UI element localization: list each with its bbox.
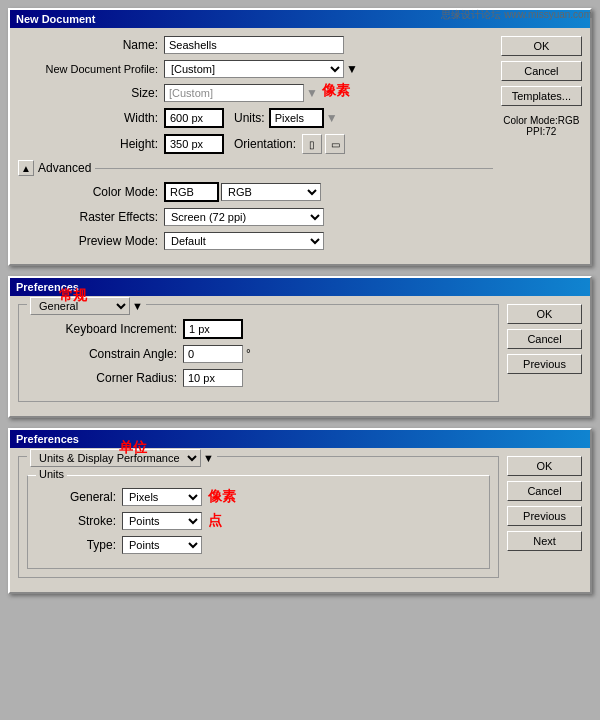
previous-button-2[interactable]: Previous xyxy=(507,354,582,374)
preferences-general-title: Preferences xyxy=(10,278,590,296)
templates-button[interactable]: Templates... xyxy=(501,86,582,106)
annotation-pixels-3: 像素 xyxy=(208,488,236,506)
size-label: Size: xyxy=(18,86,158,100)
constrain-unit: ° xyxy=(246,347,251,361)
height-label: Height: xyxy=(18,137,158,151)
units-tab-select[interactable]: Units & Display Performance xyxy=(30,449,201,467)
keyboard-label: Keyboard Increment: xyxy=(27,322,177,336)
orientation-label: Orientation: xyxy=(234,137,296,151)
raster-select[interactable]: Screen (72 ppi) xyxy=(164,208,324,226)
preferences-units-title: Preferences xyxy=(10,430,590,448)
annotation-points-3: 点 xyxy=(208,512,222,530)
width-label: Width: xyxy=(18,111,158,125)
corner-label: Corner Radius: xyxy=(27,371,177,385)
size-input[interactable] xyxy=(164,84,304,102)
orientation-portrait-btn[interactable]: ▯ xyxy=(302,134,322,154)
keyboard-input[interactable] xyxy=(183,319,243,339)
general-unit-label: General: xyxy=(36,490,116,504)
previous-button-3[interactable]: Previous xyxy=(507,506,582,526)
cancel-button[interactable]: Cancel xyxy=(501,61,582,81)
stroke-unit-label: Stroke: xyxy=(36,514,116,528)
annotation-pixels: 像素 xyxy=(322,82,350,100)
stroke-unit-select[interactable]: Points xyxy=(122,512,202,530)
profile-label: New Document Profile: xyxy=(18,63,158,75)
preferences-general-dialog: Preferences General ▼ 常规 K xyxy=(8,276,592,418)
preferences-units-dialog: Preferences Units & Display Performance … xyxy=(8,428,592,594)
name-input[interactable] xyxy=(164,36,344,54)
color-mode-label: Color Mode: xyxy=(18,185,158,199)
units-input[interactable] xyxy=(269,108,324,128)
ok-button[interactable]: OK xyxy=(501,36,582,56)
units-section-label: Units xyxy=(36,468,67,480)
advanced-label: Advanced xyxy=(38,161,91,175)
name-label: Name: xyxy=(18,38,158,52)
preview-select[interactable]: Default xyxy=(164,232,324,250)
corner-input[interactable] xyxy=(183,369,243,387)
type-unit-label: Type: xyxy=(36,538,116,552)
color-mode-input[interactable] xyxy=(164,182,219,202)
units-label: Units: xyxy=(234,111,265,125)
ok-button-3[interactable]: OK xyxy=(507,456,582,476)
watermark: 思缘设计论坛 www.missyuan.com xyxy=(441,8,592,22)
profile-select[interactable]: [Custom] xyxy=(164,60,344,78)
preview-label: Preview Mode: xyxy=(18,234,158,248)
orientation-landscape-btn[interactable]: ▭ xyxy=(325,134,345,154)
ok-button-2[interactable]: OK xyxy=(507,304,582,324)
constrain-input[interactable] xyxy=(183,345,243,363)
raster-label: Raster Effects: xyxy=(18,210,158,224)
height-input[interactable] xyxy=(164,134,224,154)
new-document-dialog: New Document Name: New Document Profile:… xyxy=(8,8,592,266)
general-unit-select[interactable]: Pixels xyxy=(122,488,202,506)
cancel-button-2[interactable]: Cancel xyxy=(507,329,582,349)
next-button-3[interactable]: Next xyxy=(507,531,582,551)
general-tab-select[interactable]: General xyxy=(30,297,130,315)
advanced-collapse-btn[interactable]: ▲ xyxy=(18,160,34,176)
color-mode-info: Color Mode:RGB PPI:72 xyxy=(501,115,582,137)
color-mode-select[interactable]: RGB xyxy=(221,183,321,201)
width-input[interactable] xyxy=(164,108,224,128)
type-unit-select[interactable]: Points xyxy=(122,536,202,554)
cancel-button-3[interactable]: Cancel xyxy=(507,481,582,501)
constrain-label: Constrain Angle: xyxy=(27,347,177,361)
